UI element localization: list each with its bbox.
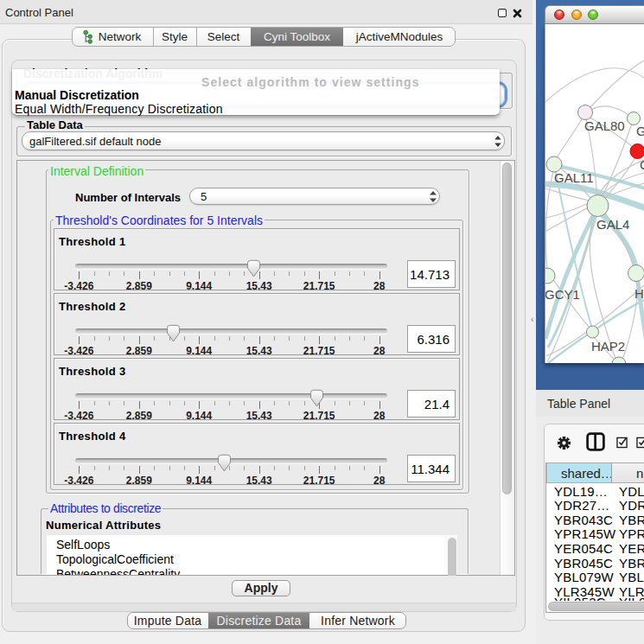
- svg-text:GA: GA: [636, 124, 644, 138]
- svg-text:HAP2: HAP2: [591, 339, 625, 354]
- svg-text:GAL4: GAL4: [596, 217, 629, 232]
- svg-text:H: H: [634, 286, 644, 301]
- svg-text:C: C: [640, 157, 644, 172]
- svg-text:GAL80: GAL80: [584, 118, 625, 133]
- svg-text:GAL11: GAL11: [554, 170, 594, 185]
- svg-text:GCY1: GCY1: [545, 287, 580, 302]
